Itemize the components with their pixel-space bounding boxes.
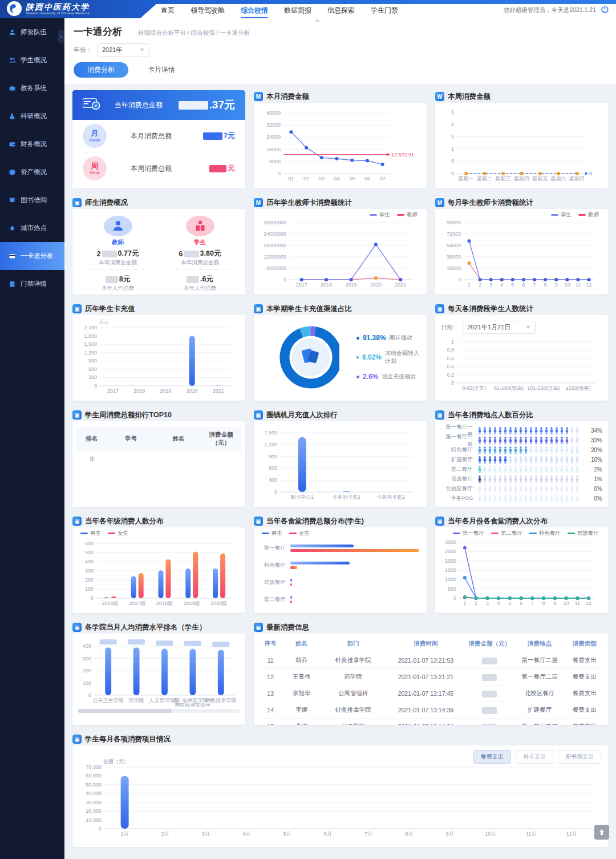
person-icon xyxy=(544,495,549,503)
svg-text:20,000: 20,000 xyxy=(86,808,102,814)
person-icon xyxy=(560,446,564,454)
svg-text:2,100: 2,100 xyxy=(84,325,97,330)
sidebar-item[interactable]: 城市热点 xyxy=(0,214,64,242)
svg-text:06: 06 xyxy=(364,176,370,182)
person-icon xyxy=(477,466,482,474)
svg-text:1,500: 1,500 xyxy=(84,341,97,347)
person-icon xyxy=(524,446,528,454)
sidebar-item[interactable]: 师资队伍 xyxy=(0,18,64,46)
summary-total-label: 当年消费总金额 xyxy=(115,100,163,110)
table-row: 15李娜外语学院2021-01-07 13:14:34第一餐厅二层餐费支出 xyxy=(258,719,603,725)
project-type-buttons: 餐费支出补卡支出图书馆支出 xyxy=(473,750,601,764)
person-icon xyxy=(483,456,487,464)
person-icon xyxy=(549,475,554,483)
section-title: 每天各消费段学生人数统计 xyxy=(448,304,533,314)
card-icon: ▣ xyxy=(435,517,444,526)
person-icon xyxy=(560,437,564,445)
project-filter-button[interactable]: 餐费支出 xyxy=(473,750,511,764)
sidebar-collapse-button[interactable]: ‹ xyxy=(58,30,64,43)
year-select[interactable]: 2021年 xyxy=(97,43,149,57)
section-title: 各学院当月人均消费水平排名（学生） xyxy=(85,623,206,632)
table-row: 12王青伟药学院2021-01-07 13:21:21第一餐厅二层餐费支出 xyxy=(258,669,603,685)
nav-item[interactable]: 首页 xyxy=(161,4,175,18)
sidebar-item[interactable]: 教务系统 xyxy=(0,74,64,102)
scrollbar-thumb[interactable] xyxy=(78,709,172,713)
person-icon xyxy=(524,466,528,474)
person-icon xyxy=(575,495,579,503)
person-icon xyxy=(539,456,544,464)
sidebar-item[interactable]: 门禁详情 xyxy=(0,270,64,298)
sidebar-item[interactable]: 学生概况 xyxy=(0,46,64,74)
svg-text:2018: 2018 xyxy=(321,282,332,288)
person-icon xyxy=(549,437,554,445)
svg-text:7: 7 xyxy=(533,282,536,288)
table-header: 消费时间 xyxy=(386,636,465,652)
person-icon xyxy=(554,446,559,454)
table-header: 消费类型 xyxy=(565,636,603,652)
sidebar-item[interactable]: 科研概况 xyxy=(0,102,64,130)
svg-text:100: 100 xyxy=(83,680,91,686)
person-icon xyxy=(529,475,533,483)
person-icon xyxy=(493,495,497,503)
person-icon xyxy=(513,485,518,493)
svg-text:1000: 1000 xyxy=(445,576,456,582)
svg-text:0: 0 xyxy=(458,277,461,283)
svg-text:0: 0 xyxy=(283,277,286,283)
svg-text:星期二: 星期二 xyxy=(476,176,492,182)
nav-collapse-chevron[interactable] xyxy=(309,18,326,25)
person-icon xyxy=(570,456,574,464)
pictogram-row: 特色餐厅20% xyxy=(441,445,602,455)
week-total-label: 本周消费总额 xyxy=(131,164,172,174)
section-title: 师生消费概况 xyxy=(85,198,128,208)
top-navigation: 首页领导驾驶舱综合校情数据简报信息探索学生门禁 xyxy=(161,4,398,18)
svg-text:2018: 2018 xyxy=(133,388,145,394)
svg-text:900: 900 xyxy=(88,358,97,364)
person-icon xyxy=(529,466,533,474)
section-faculty-overview: ▣师生消费概况 教师 20.77元 本年消费总金额 8元 本年人均消费 xyxy=(72,196,245,295)
person-icon xyxy=(544,437,549,445)
person-icon xyxy=(570,495,574,503)
sidebar-item[interactable]: 资产概况 xyxy=(0,158,64,186)
person-icon xyxy=(493,437,497,445)
student-total-caption: 本年消费总金额 xyxy=(181,259,219,267)
logout-power-icon[interactable] xyxy=(601,5,609,15)
person-icon xyxy=(483,437,487,445)
person-icon xyxy=(518,446,523,454)
card-icon: ▣ xyxy=(72,410,82,420)
svg-text:星期三: 星期三 xyxy=(495,176,511,182)
nav-item[interactable]: 综合校情 xyxy=(241,4,268,18)
nav-item[interactable]: 领导驾驶舱 xyxy=(191,4,225,18)
main-content: 一卡通分析 校情综合分析平台 / 综合校情 / 一卡通分析 年份： 2021年 … xyxy=(64,0,616,856)
redacted-value xyxy=(106,276,118,283)
project-filter-button[interactable]: 补卡支出 xyxy=(516,750,553,764)
sidebar-item[interactable]: 财务概况 xyxy=(0,130,64,158)
nav-item[interactable]: 数据简报 xyxy=(284,4,311,18)
svg-text:0.4: 0.4 xyxy=(447,364,454,369)
svg-text:10: 10 xyxy=(564,600,569,606)
tab-card-detail[interactable]: 卡片详情 xyxy=(148,65,175,75)
student-avg-value: .6元 xyxy=(187,275,213,284)
svg-text:6月: 6月 xyxy=(324,831,332,837)
section-grade-distribution: ▣当年各年级消费人数分布 01002003004005006002016级201… xyxy=(72,515,245,613)
card-icon: ▣ xyxy=(254,410,263,420)
project-filter-button[interactable]: 图书馆支出 xyxy=(558,750,601,764)
sidebar-item[interactable]: 一卡通分析 xyxy=(0,242,64,270)
section-title: 历年学生教师卡消费额统计 xyxy=(266,198,352,208)
person-icon xyxy=(539,466,544,474)
back-to-top-button[interactable] xyxy=(594,825,609,840)
nav-item[interactable]: 信息探索 xyxy=(327,4,355,18)
date-select[interactable]: 2021年1月21日 xyxy=(463,321,536,334)
person-icon xyxy=(549,495,554,503)
sidebar-item[interactable]: 图书借阅 xyxy=(0,186,64,214)
person-icon xyxy=(488,427,492,435)
nav-item[interactable]: 学生门禁 xyxy=(371,4,398,18)
svg-text:600: 600 xyxy=(269,465,277,471)
person-icon xyxy=(493,485,497,493)
svg-text:300: 300 xyxy=(85,568,94,574)
teacher-consume-block: 教师 20.77元 本年消费总金额 8元 本年人均消费 xyxy=(77,211,159,292)
table-row: 14李娜针灸推拿学院2021-01-07 13:14:39扩建餐厅餐费支出 xyxy=(258,702,603,719)
svg-text:8: 8 xyxy=(544,282,547,288)
svg-text:万元: 万元 xyxy=(99,319,109,325)
horizontal-scrollbar[interactable] xyxy=(78,709,240,713)
tab-consume-analysis[interactable]: 消费分析 xyxy=(74,62,128,78)
